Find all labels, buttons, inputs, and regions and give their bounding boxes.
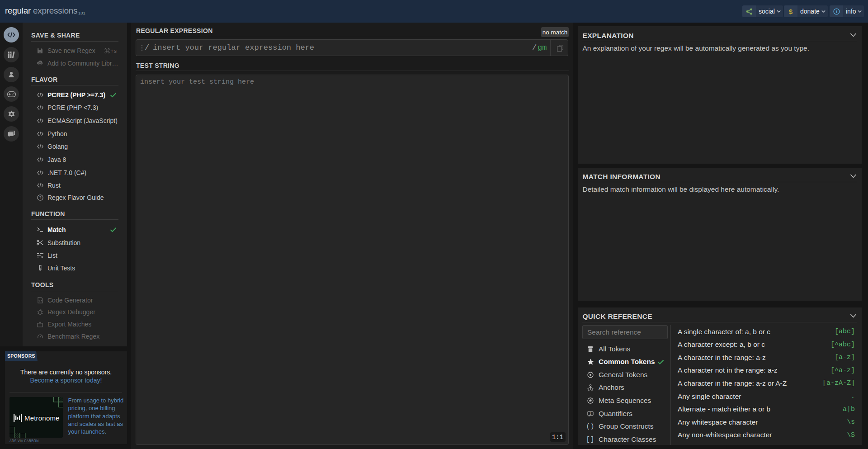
svg-text:?: ? [39,195,41,200]
svg-text:Metronome: Metronome [24,414,60,421]
svg-text:1: 1 [590,412,591,415]
